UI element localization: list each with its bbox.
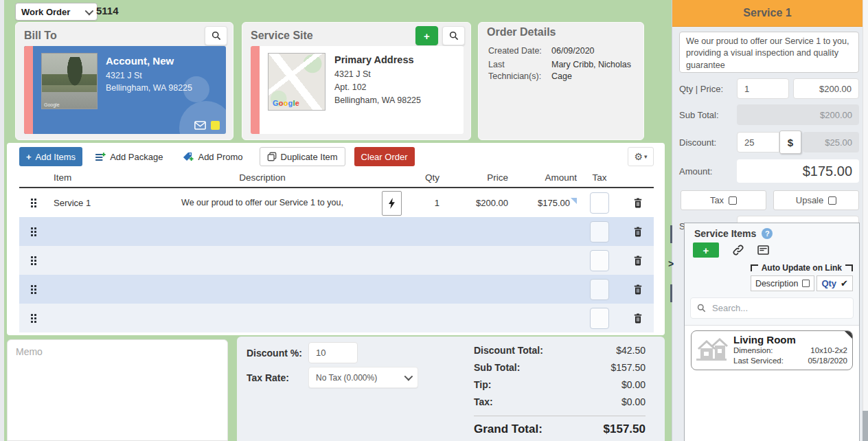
delete-item-button[interactable]	[622, 284, 654, 295]
house-icon	[694, 334, 729, 363]
tax-checkbox[interactable]	[590, 250, 609, 271]
memo-input[interactable]	[8, 340, 227, 440]
grand-total-row: Grand Total: $157.50	[474, 422, 646, 436]
totals-divider	[474, 416, 646, 416]
checkbox-icon	[729, 196, 737, 205]
item-editor-sidebar: Service 1 We our proud to offer our Serv…	[672, 0, 863, 441]
quick-edit-button[interactable]	[382, 191, 402, 216]
order-items-section: + Add Items Add Package Add Promo Duplic…	[7, 143, 665, 335]
gear-icon: ⚙	[634, 152, 643, 161]
account-card-stripe	[24, 46, 33, 134]
tax-rate-select[interactable]: No Tax (0.000%)	[308, 367, 418, 388]
service-items-list: Living Room Dimension: 10x10-2x2 Last Se…	[685, 325, 859, 441]
discount-unit-button[interactable]: $	[779, 131, 801, 154]
bill-to-search-button[interactable]	[205, 26, 227, 45]
order-details-title: Order Details	[487, 26, 638, 38]
dimension-row: Dimension: 10x10-2x2	[733, 346, 847, 356]
add-service-site-button[interactable]: +	[415, 26, 438, 45]
amount-note-flag	[571, 198, 577, 204]
clear-order-button[interactable]: Clear Order	[354, 147, 415, 166]
add-service-item-button[interactable]: +	[693, 242, 719, 258]
delete-item-button[interactable]	[622, 198, 654, 208]
tax-checkbox[interactable]	[590, 221, 609, 242]
account-card[interactable]: Google Account, New 4321 J St Bellingham…	[24, 46, 226, 134]
discount-percent-input[interactable]	[308, 342, 358, 363]
service-item-name: Living Room	[733, 334, 847, 346]
handle-bar	[670, 225, 672, 243]
package-list-icon	[95, 152, 106, 162]
site-address-line2: Apt. 102	[334, 81, 421, 94]
site-address-line1: 4321 J St	[334, 68, 421, 81]
service-items-search[interactable]	[690, 297, 854, 319]
drag-handle[interactable]	[31, 314, 38, 323]
search-icon	[449, 31, 459, 41]
drag-handle[interactable]	[31, 285, 38, 294]
price-input[interactable]	[793, 78, 859, 99]
scrollbar-thumb[interactable]	[863, 411, 868, 441]
trash-icon	[633, 313, 643, 324]
corner-bracket-right	[845, 264, 853, 271]
table-row-empty	[19, 304, 654, 332]
corner-bracket-left	[751, 264, 758, 271]
item-editor-title: Service 1	[672, 0, 863, 27]
item-price: $200.00	[439, 198, 508, 208]
tax-toggle-button[interactable]: Tax	[681, 190, 766, 210]
tax-checkbox[interactable]	[590, 192, 609, 214]
delete-item-button[interactable]	[622, 227, 654, 237]
add-promo-button[interactable]: Add Promo	[175, 147, 249, 166]
drag-handle[interactable]	[31, 199, 38, 207]
auto-update-label: Auto Update on Link	[762, 263, 842, 273]
document-type-select[interactable]: Work Order	[15, 3, 98, 21]
col-qty: Qty	[385, 172, 439, 183]
card-list-icon	[757, 245, 769, 255]
description-toggle[interactable]: Description	[751, 275, 815, 291]
editor-amount-value[interactable]: $175.00	[737, 159, 859, 183]
last-technicians-value: Mary Cribb, Nicholas Cage	[551, 59, 634, 82]
service-items-search-input[interactable]	[711, 302, 847, 314]
grand-total-value: $157.50	[604, 422, 646, 436]
service-site-card[interactable]: Google Primary Address 4321 J St Apt. 10…	[251, 46, 464, 134]
note-icon[interactable]	[211, 121, 220, 130]
add-items-button[interactable]: + Add Items	[19, 147, 82, 166]
search-icon	[697, 304, 706, 313]
chevron-right-icon: >	[668, 259, 674, 269]
tax-checkbox[interactable]	[590, 279, 609, 300]
delete-item-button[interactable]	[622, 313, 654, 324]
tax-checkbox[interactable]	[590, 308, 609, 329]
created-date-row: Created Date: 06/09/2020	[488, 45, 634, 57]
service-site-title: Service Site	[251, 30, 411, 42]
tip-row: Tip: $0.00	[474, 379, 646, 390]
add-package-button[interactable]: Add Package	[88, 147, 170, 166]
table-row-empty	[19, 275, 654, 304]
card-view-button[interactable]	[757, 245, 769, 255]
link-item-button[interactable]	[733, 245, 744, 256]
col-item: Item	[44, 172, 140, 183]
item-amount: $175.00	[508, 198, 577, 208]
qty-toggle[interactable]: Qty ✔	[816, 275, 853, 291]
auto-update-on-link: Auto Update on Link	[685, 262, 859, 273]
delete-item-button[interactable]	[622, 256, 654, 266]
col-price: Price	[439, 172, 508, 183]
qty-input[interactable]	[737, 78, 789, 99]
service-site-search-button[interactable]	[442, 26, 465, 45]
duplicate-item-button[interactable]: Duplicate Item	[260, 147, 345, 166]
document-type-label: Work Order	[21, 7, 70, 17]
envelope-icon[interactable]	[194, 121, 206, 130]
drag-handle[interactable]	[31, 256, 38, 265]
bill-to-title: Bill To	[24, 30, 201, 42]
service-item-card[interactable]: Living Room Dimension: 10x10-2x2 Last Se…	[691, 330, 853, 370]
last-technicians-row: Last Technician(s): Mary Cribb, Nicholas…	[488, 59, 634, 82]
table-settings-button[interactable]: ⚙ ▾	[628, 147, 654, 166]
page-scrollbar[interactable]	[863, 0, 868, 441]
upsale-toggle-button[interactable]: Upsale	[773, 190, 859, 210]
item-description-input[interactable]: We our proud to offer our Service 1 to y…	[679, 32, 859, 73]
last-technicians-label: Last Technician(s):	[488, 59, 551, 82]
drag-handle[interactable]	[31, 227, 38, 236]
help-icon[interactable]: ?	[762, 228, 773, 239]
handle-bar	[670, 284, 672, 302]
editor-discount-input[interactable]	[737, 132, 779, 152]
page-left-edge	[0, 0, 4, 441]
service-items-panel: Service Items ? + Auto Update on Link De…	[684, 223, 860, 441]
item-name: Service 1	[44, 198, 140, 208]
sidebar-collapse-handle[interactable]: >	[665, 225, 676, 302]
